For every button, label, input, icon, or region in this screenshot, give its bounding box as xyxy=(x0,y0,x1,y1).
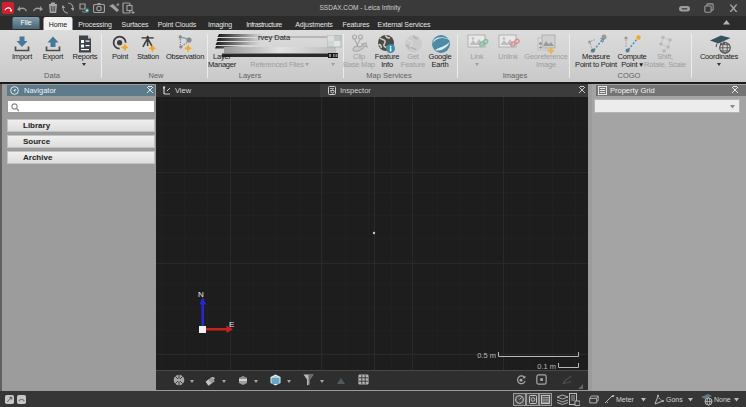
svg-text:0.1 m: 0.1 m xyxy=(537,362,556,370)
svg-text:0.5 m: 0.5 m xyxy=(477,351,496,360)
svg-text:N: N xyxy=(198,290,204,299)
svg-text:E: E xyxy=(229,320,234,329)
